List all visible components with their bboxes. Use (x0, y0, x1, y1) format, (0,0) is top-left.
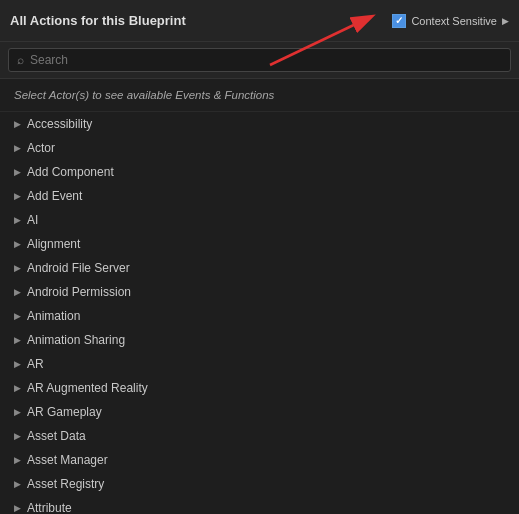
list-item-label: Android File Server (27, 261, 130, 275)
list-item[interactable]: ▶Android Permission (0, 280, 519, 304)
list-item-label: Add Event (27, 189, 82, 203)
search-input[interactable] (30, 53, 502, 67)
main-container: All Actions for this Blueprint Context S… (0, 0, 519, 514)
chevron-right-icon: ▶ (14, 455, 21, 465)
list-item-label: Animation (27, 309, 80, 323)
chevron-right-icon: ▶ (14, 119, 21, 129)
list-item-label: Asset Data (27, 429, 86, 443)
list-item-label: Alignment (27, 237, 80, 251)
chevron-right-icon: ▶ (14, 215, 21, 225)
list-item-label: Add Component (27, 165, 114, 179)
list-item[interactable]: ▶Actor (0, 136, 519, 160)
chevron-right-icon: ▶ (14, 239, 21, 249)
chevron-right-icon: ▶ (14, 263, 21, 273)
list-item[interactable]: ▶Add Event (0, 184, 519, 208)
header-title: All Actions for this Blueprint (10, 13, 186, 28)
chevron-right-icon: ▶ (14, 383, 21, 393)
list-item-label: Animation Sharing (27, 333, 125, 347)
list-item-label: Actor (27, 141, 55, 155)
chevron-right-icon: ▶ (14, 167, 21, 177)
list-item-label: AR Gameplay (27, 405, 102, 419)
chevron-right-icon: ▶ (14, 311, 21, 321)
header: All Actions for this Blueprint Context S… (0, 0, 519, 42)
context-sensitive-checkbox[interactable] (392, 14, 406, 28)
chevron-right-icon: ▶ (14, 359, 21, 369)
list-item[interactable]: ▶AR Gameplay (0, 400, 519, 424)
list-item-label: Android Permission (27, 285, 131, 299)
chevron-right-icon: ▶ (502, 16, 509, 26)
actions-list: ▶Accessibility▶Actor▶Add Component▶Add E… (0, 112, 519, 514)
list-item-label: AR (27, 357, 44, 371)
chevron-right-icon: ▶ (14, 503, 21, 513)
chevron-right-icon: ▶ (14, 479, 21, 489)
list-item-label: Attribute (27, 501, 72, 514)
chevron-right-icon: ▶ (14, 191, 21, 201)
search-icon: ⌕ (17, 53, 24, 67)
list-item[interactable]: ▶Asset Data (0, 424, 519, 448)
list-item[interactable]: ▶Asset Registry (0, 472, 519, 496)
chevron-right-icon: ▶ (14, 407, 21, 417)
list-item[interactable]: ▶Attribute (0, 496, 519, 514)
list-item[interactable]: ▶Asset Manager (0, 448, 519, 472)
info-text: Select Actor(s) to see available Events … (0, 79, 519, 112)
chevron-right-icon: ▶ (14, 335, 21, 345)
list-item-label: AI (27, 213, 38, 227)
search-wrapper[interactable]: ⌕ (8, 48, 511, 72)
context-sensitive-label: Context Sensitive (411, 15, 497, 27)
list-item[interactable]: ▶Animation (0, 304, 519, 328)
chevron-right-icon: ▶ (14, 431, 21, 441)
list-item[interactable]: ▶AR (0, 352, 519, 376)
list-item[interactable]: ▶AI (0, 208, 519, 232)
list-item-label: Asset Manager (27, 453, 108, 467)
list-item[interactable]: ▶Alignment (0, 232, 519, 256)
list-item[interactable]: ▶Animation Sharing (0, 328, 519, 352)
search-bar: ⌕ (0, 42, 519, 79)
list-item[interactable]: ▶Add Component (0, 160, 519, 184)
chevron-right-icon: ▶ (14, 143, 21, 153)
list-item[interactable]: ▶AR Augmented Reality (0, 376, 519, 400)
chevron-right-icon: ▶ (14, 287, 21, 297)
list-item-label: Accessibility (27, 117, 92, 131)
list-item-label: AR Augmented Reality (27, 381, 148, 395)
list-item[interactable]: ▶Accessibility (0, 112, 519, 136)
list-item[interactable]: ▶Android File Server (0, 256, 519, 280)
list-item-label: Asset Registry (27, 477, 104, 491)
context-sensitive-toggle[interactable]: Context Sensitive ▶ (392, 14, 509, 28)
